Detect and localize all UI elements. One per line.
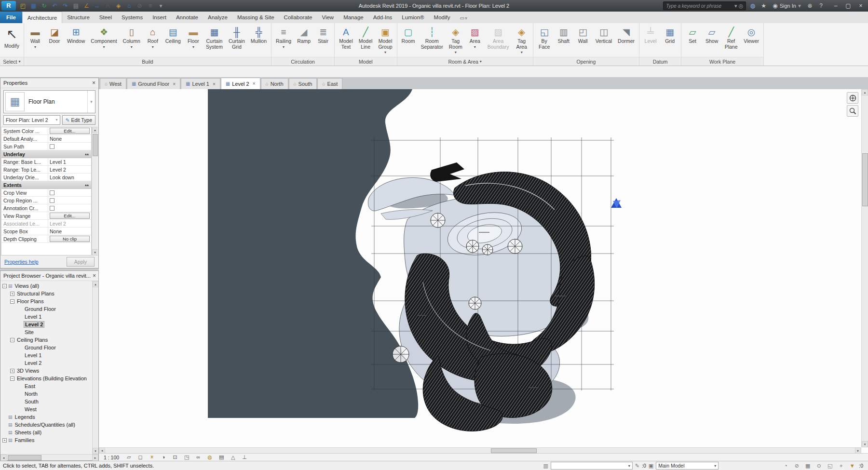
favorites-button[interactable]: ★ [759,1,769,11]
ribbon-button-floor[interactable]: ▬Floor▾ [184,24,203,57]
exchange-apps-button[interactable]: ⊗ [805,1,815,11]
scroll-up-icon[interactable]: ▴ [862,89,868,95]
tree-item-south[interactable]: South [0,398,92,405]
close-button[interactable]: × [854,1,867,11]
shadows-button[interactable]: ◑ [159,454,168,461]
drag-on-selection-button[interactable]: + [837,462,845,470]
ribbon-button-grid[interactable]: ▦Grid [660,24,679,57]
ribbon-button-tag-room[interactable]: ◈Tag Room▾ [446,24,465,57]
ribbon-button-wall[interactable]: ◰Wall [573,24,593,57]
crop-view-checkbox[interactable] [50,190,54,195]
scroll-down-icon[interactable]: ▾ [92,249,98,255]
ribbon-tab-manage[interactable]: Manage [339,12,368,23]
ribbon-tab-structure[interactable]: Structure [62,12,95,23]
scale-button[interactable]: 1 : 100 [101,455,122,460]
panel-label-room-area[interactable]: Room & Area▾ [397,57,533,66]
ribbon-tab-annotate[interactable]: Annotate [171,12,203,23]
ribbon-button-model-group[interactable]: ▣Model Group▾ [375,24,395,57]
ribbon-button-room[interactable]: ▢Room [399,24,418,57]
ribbon-button-curtain-system[interactable]: ▦Curtain System [203,24,226,57]
sun-path-checkbox[interactable] [50,144,54,149]
select-by-face-button[interactable]: ◱ [826,462,834,470]
search-input[interactable] [666,3,733,9]
properties-scrollbar[interactable]: ▴ ▾ [92,127,98,255]
tree-item-schedules-quantities-all[interactable]: ▤Schedules/Quantities (all) [0,421,92,429]
vertical-scrollbar[interactable]: ▴ ▾ [861,89,868,447]
zoom-button[interactable] [847,105,858,117]
open-button[interactable]: ◰ [18,1,28,11]
ribbon-button-show[interactable]: ▱Show [702,24,721,57]
sync-button[interactable]: ↻ [39,1,49,11]
ribbon-tab-add-ins[interactable]: Add-Ins [368,12,397,23]
properties-help-link[interactable]: Properties help [4,259,39,265]
crop-region-checkbox[interactable] [50,198,54,203]
tree-item-families[interactable]: +▤Families [0,436,92,444]
view-tab-east[interactable]: ⌂East [317,78,342,89]
scroll-left-icon[interactable]: ◂ [0,455,7,461]
apply-button[interactable]: Apply [67,257,95,267]
property-scope-box[interactable]: Scope BoxNone [1,228,91,235]
panel-label-build[interactable]: Build [24,57,271,66]
ribbon-button-mullion[interactable]: ╬Mullion [248,24,270,57]
select-underlay-button[interactable]: ▦ [803,462,812,470]
scroll-down-icon[interactable]: ▾ [93,448,99,454]
floor-plan-drawing[interactable] [99,89,861,447]
view-tab-ground-floor[interactable]: ▦Ground Floor× [127,78,180,89]
tree-item-east[interactable]: East [0,382,92,390]
property-range-top-le[interactable]: Range: Top Le...Level 2 [1,166,91,174]
drawing-area[interactable]: ▴ ▾ ◂ ▸ 1 : 100 ▱◻☀◑⊡◳∞◍▤△⊥ [99,89,868,461]
ribbon-tab-lumion[interactable]: Lumion® [397,12,429,23]
ribbon-tab-file[interactable]: File [0,12,22,23]
ribbon-button-railing[interactable]: ≡Railing▾ [273,24,294,57]
close-view-icon[interactable]: × [173,81,176,87]
tag-by-category-button[interactable]: ◈ [113,1,123,11]
help-button[interactable]: ? [816,1,826,11]
collapse-icon[interactable]: − [10,338,14,342]
tree-item-views-all[interactable]: −▤Views (all) [0,282,92,290]
scroll-up-icon[interactable]: ▴ [93,281,99,287]
horizontal-scroll-thumb[interactable] [491,448,537,453]
property-crop-region[interactable]: Crop Region ... [1,197,91,204]
active-workset-dropdown[interactable]: ▾ [551,462,633,470]
show-analytical-model-button[interactable]: △ [229,454,237,461]
panel-label-circulation[interactable]: Circulation [271,57,334,66]
expand-icon[interactable]: + [10,369,14,373]
ribbon-button-viewer[interactable]: ◎Viewer [741,24,762,57]
view-tab-west[interactable]: ⌂West [100,78,126,89]
ribbon-button-by-face[interactable]: ◱By Face [535,24,554,57]
ribbon-tab-insert[interactable]: Insert [148,12,171,23]
ribbon-button-shaft[interactable]: ▥Shaft [554,24,573,57]
show-crop-region-button[interactable]: ◳ [182,454,191,461]
select-pinned-button[interactable]: ⊙ [814,462,823,470]
view-tab-south[interactable]: ⌂South [289,78,317,89]
redo-button[interactable]: ↷ [60,1,70,11]
property-annotation-cr[interactable]: Annotation Cr... [1,204,91,212]
print-button[interactable]: ▤ [71,1,81,11]
browser-horizontal-scrollbar[interactable]: ◂ ▸ [0,454,98,460]
ribbon-tab-view[interactable]: View [317,12,339,23]
scroll-up-icon[interactable]: ▴ [92,127,98,133]
ribbon-button-column[interactable]: ▯Column▾ [120,24,143,57]
visual-style-button[interactable]: ◻ [136,454,145,461]
ribbon-button-dormer[interactable]: ◥Dormer [615,24,637,57]
background-processes-button[interactable]: ◔ [781,462,790,470]
revit-logo-button[interactable]: R [1,1,16,11]
ribbon-tab-modify[interactable]: Modify [429,12,455,23]
scroll-down-icon[interactable]: ▾ [862,441,868,447]
search-scope-icon[interactable]: ▾ [734,3,737,9]
ribbon-button-ref-plane[interactable]: ╱Ref Plane [721,24,741,57]
tree-item-ground-floor[interactable]: Ground Floor [0,305,92,313]
ribbon-button-curtain-grid[interactable]: ╫Curtain Grid [226,24,248,57]
section-collapse-icon[interactable]: ▴▴ [85,183,91,187]
sun-path-button[interactable]: ☀ [148,454,156,461]
panel-label-datum[interactable]: Datum [639,57,681,66]
property-sun-path[interactable]: Sun Path [1,143,91,150]
ribbon-button-vertical[interactable]: ◫Vertical [593,24,615,57]
communication-center-button[interactable]: ◍ [747,1,758,11]
instance-selector[interactable]: Floor Plan: Level 2 ▾ [3,115,60,125]
ribbon-button-tag-area[interactable]: ◈Tag Area▾ [512,24,531,57]
panel-label-opening[interactable]: Opening [533,57,639,66]
undo-button[interactable]: ↶ [50,1,60,11]
ribbon-display-toggle[interactable]: ▭▾ [457,13,469,23]
horizontal-scrollbar[interactable]: ◂ ▸ [99,447,861,453]
